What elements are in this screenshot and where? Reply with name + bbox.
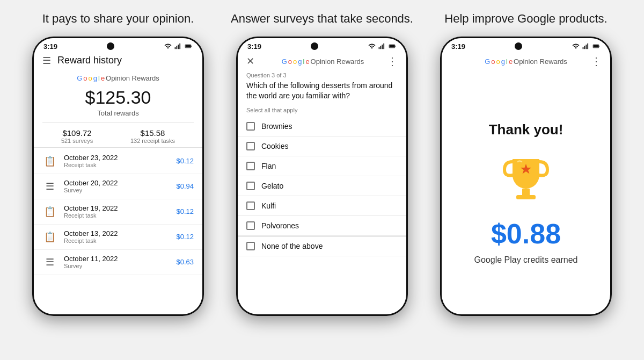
p1-total-amount: $125.30 (34, 87, 202, 108)
p1-total-section: $125.30 Total rewards (34, 84, 202, 119)
signal-icon-3 (582, 42, 590, 50)
p1-list-item-0: 📋 October 23, 2022 Receipt task $0.12 (34, 149, 202, 174)
camera-cutout-3 (515, 42, 522, 50)
p2-option-6[interactable]: None of the above (238, 236, 406, 256)
p2-option-0[interactable]: Brownies (238, 117, 406, 136)
p2-select-label: Select all that apply (238, 107, 406, 117)
p1-item-date-0: October 23, 2022 (64, 154, 170, 162)
receipt-icon-3: 📋 (42, 229, 57, 244)
p1-survey-amount: $109.72 (61, 128, 93, 138)
p1-item-info-0: October 23, 2022 Receipt task (64, 154, 170, 168)
p2-option-label-6: None of the above (261, 242, 323, 250)
phones-section: 3:19 ☰ Reward history Google Opinion Rew… (16, 37, 628, 355)
status-time-3: 3:19 (451, 42, 465, 51)
p1-divider-1 (42, 123, 194, 123)
p2-option-label-5: Polvorones (261, 221, 299, 230)
svg-rect-9 (382, 45, 383, 49)
checkbox-4[interactable] (246, 201, 255, 210)
svg-rect-6 (186, 45, 191, 48)
p2-option-5[interactable]: Polvorones (238, 216, 406, 236)
p2-option-label-0: Brownies (261, 122, 292, 131)
svg-rect-1 (177, 46, 178, 49)
checkbox-1[interactable] (246, 142, 255, 150)
p2-option-label-1: Cookies (261, 142, 289, 150)
more-icon-3[interactable]: ⋮ (591, 55, 602, 68)
camera-cutout-1 (107, 42, 114, 50)
checkbox-2[interactable] (246, 162, 255, 170)
p2-option-2[interactable]: Flan (238, 156, 406, 176)
p3-thank-you: Thank you! (489, 121, 564, 138)
p1-stat-surveys: $109.72 521 surveys (61, 128, 93, 144)
p1-google-brand: Google Opinion Rewards (34, 71, 202, 84)
p1-list-item-1: ☰ October 20, 2022 Survey $0.94 (34, 174, 202, 199)
p1-item-info-3: October 13, 2022 Receipt task (64, 229, 170, 244)
p2-google-brand: Google Opinion Rewards (259, 56, 387, 66)
google-e: e (101, 74, 105, 82)
checkbox-5[interactable] (246, 221, 255, 230)
svg-rect-7 (379, 47, 380, 49)
svg-rect-17 (587, 44, 588, 49)
svg-rect-5 (191, 46, 192, 47)
battery-icon-1 (184, 42, 193, 50)
status-time-1: 3:19 (43, 42, 57, 51)
svg-rect-2 (178, 45, 179, 49)
signal-icon-1 (174, 42, 182, 50)
p1-item-type-3: Receipt task (64, 237, 170, 244)
p1-total-label: Total rewards (34, 109, 202, 117)
p2-app-header: ✕ Google Opinion Rewards ⋮ (238, 53, 406, 72)
p1-app-header: ☰ Reward history (34, 53, 202, 71)
checkbox-3[interactable] (246, 182, 255, 190)
svg-rect-21 (522, 189, 530, 195)
p1-opinion-text: Opinion Rewards (106, 74, 159, 82)
p1-item-date-4: October 11, 2022 (64, 255, 170, 263)
phone-2: 3:19 ✕ Google Opinion Rewards ⋮ Question… (236, 37, 408, 316)
status-time-2: 3:19 (247, 42, 261, 51)
more-icon-2[interactable]: ⋮ (387, 55, 398, 68)
p1-item-amount-3: $0.12 (176, 233, 194, 241)
checkbox-6[interactable] (246, 242, 255, 250)
close-icon-2[interactable]: ✕ (246, 55, 254, 67)
status-bar-2: 3:19 (238, 38, 406, 53)
google-o2: o (89, 74, 92, 82)
p1-stat-receipts: $15.58 132 receipt tasks (130, 128, 175, 144)
status-icons-1 (164, 42, 193, 50)
p1-list-item-3: 📋 October 13, 2022 Receipt task $0.12 (34, 225, 202, 250)
p2-option-1[interactable]: Cookies (238, 136, 406, 156)
svg-rect-3 (179, 44, 180, 49)
p1-item-type-2: Receipt task (64, 212, 170, 219)
status-bar-1: 3:19 (34, 38, 202, 53)
p3-credits-label: Google Play credits earned (474, 255, 578, 265)
svg-rect-8 (380, 46, 382, 49)
google-o1: o (83, 74, 87, 82)
p1-item-info-1: October 20, 2022 Survey (64, 179, 170, 193)
p1-item-date-3: October 13, 2022 (64, 229, 170, 237)
svg-rect-22 (516, 195, 536, 199)
p2-option-4[interactable]: Kulfi (238, 196, 406, 216)
svg-rect-12 (395, 46, 396, 47)
headline-3: Help improve Google products. (429, 11, 623, 27)
google-g: G (77, 74, 82, 82)
p3-app-header: Google Opinion Rewards ⋮ (442, 53, 610, 72)
p1-list-item-2: 📋 October 19, 2022 Receipt task $0.12 (34, 199, 202, 225)
svg-rect-16 (586, 45, 587, 49)
p1-item-type-4: Survey (64, 263, 170, 269)
p1-item-type-0: Receipt task (64, 162, 170, 168)
checkbox-0[interactable] (246, 122, 255, 131)
p3-amount: $0.88 (491, 218, 561, 250)
p1-item-date-1: October 20, 2022 (64, 179, 170, 187)
p1-item-info-4: October 11, 2022 Survey (64, 255, 170, 269)
menu-icon-1[interactable]: ☰ (42, 55, 51, 67)
p1-title: Reward history (57, 55, 122, 66)
p1-list: 📋 October 23, 2022 Receipt task $0.12 ☰ … (34, 149, 202, 275)
p2-option-3[interactable]: Gelato (238, 176, 406, 196)
status-icons-3 (572, 42, 601, 50)
svg-rect-20 (594, 45, 598, 48)
p1-divider-2 (34, 147, 202, 148)
p2-option-label-3: Gelato (261, 182, 283, 190)
receipt-icon-0: 📋 (42, 154, 57, 169)
p1-stats: $109.72 521 surveys $15.58 132 receipt t… (34, 126, 202, 147)
p1-item-type-1: Survey (64, 187, 170, 193)
p2-options-list: Brownies Cookies Flan Gelato Kulfi Polvo… (238, 117, 406, 256)
p2-option-label-4: Kulfi (261, 201, 276, 210)
svg-rect-13 (390, 45, 394, 48)
